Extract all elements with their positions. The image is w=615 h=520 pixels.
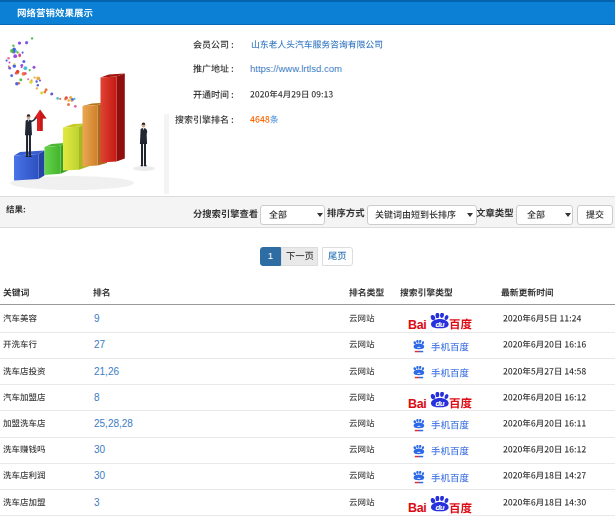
svg-text:du: du: [435, 320, 444, 329]
svg-text:du: du: [435, 399, 444, 408]
svg-text:du: du: [435, 503, 444, 512]
